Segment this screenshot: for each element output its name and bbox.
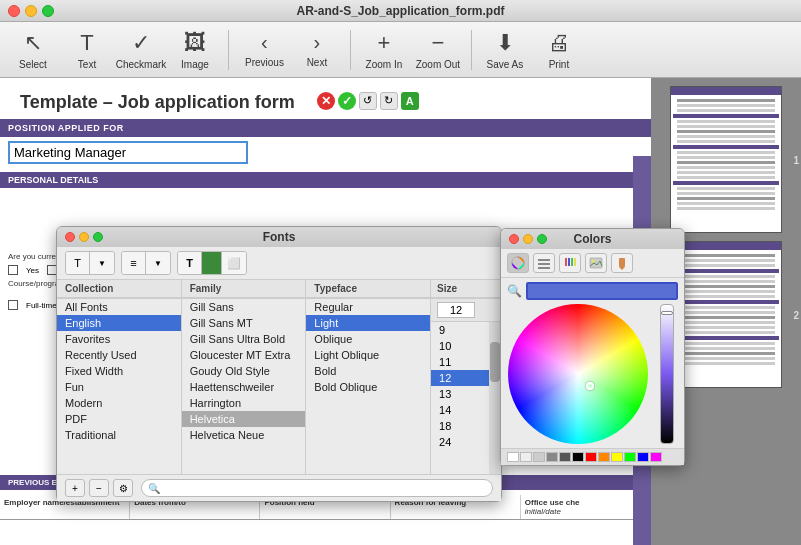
page-thumb-1[interactable]: 1 bbox=[670, 86, 782, 233]
swatch-blue[interactable] bbox=[637, 452, 649, 462]
swatch-orange[interactable] bbox=[598, 452, 610, 462]
fonts-minimize-button[interactable] bbox=[79, 232, 89, 242]
collection-english[interactable]: English bbox=[57, 315, 181, 331]
remove-collection-button[interactable]: − bbox=[89, 479, 109, 497]
collection-all-fonts[interactable]: All Fonts bbox=[57, 299, 181, 315]
text-style-btn1[interactable]: T bbox=[178, 252, 202, 274]
collection-favorites[interactable]: Favorites bbox=[57, 331, 181, 347]
size-12[interactable]: 12 bbox=[431, 370, 489, 386]
size-10[interactable]: 10 bbox=[431, 338, 489, 354]
svg-rect-10 bbox=[619, 258, 625, 267]
size-24[interactable]: 24 bbox=[431, 434, 489, 450]
text-style-btn3[interactable]: ⬜ bbox=[222, 252, 246, 274]
annotation-tool-btn2[interactable]: ↻ bbox=[380, 92, 398, 110]
annotation-tool-btn3[interactable]: A bbox=[401, 92, 419, 110]
family-goudy[interactable]: Goudy Old Style bbox=[182, 363, 306, 379]
swatch-black[interactable] bbox=[572, 452, 584, 462]
family-gill-sans-mt[interactable]: Gill Sans MT bbox=[182, 315, 306, 331]
fonts-maximize-button[interactable] bbox=[93, 232, 103, 242]
add-collection-button[interactable]: + bbox=[65, 479, 85, 497]
text-align-btn2[interactable]: ▼ bbox=[146, 252, 170, 274]
color-swatch-btn[interactable] bbox=[202, 252, 222, 274]
brightness-slider[interactable] bbox=[660, 304, 674, 444]
maximize-button[interactable] bbox=[42, 5, 54, 17]
print-tool[interactable]: 🖨 Print bbox=[534, 26, 584, 74]
size-11[interactable]: 11 bbox=[431, 354, 489, 370]
typeface-light[interactable]: Light bbox=[306, 315, 430, 331]
swatch-gray[interactable] bbox=[533, 452, 545, 462]
save-as-tool[interactable]: ⬇ Save As bbox=[480, 26, 530, 74]
yes-label: Yes bbox=[26, 266, 39, 275]
family-haettenschweiler[interactable]: Haettenschweiler bbox=[182, 379, 306, 395]
color-name-input[interactable] bbox=[526, 282, 678, 300]
family-gill-sans-ultra[interactable]: Gill Sans Ultra Bold bbox=[182, 331, 306, 347]
swatch-darkgray[interactable] bbox=[546, 452, 558, 462]
swatch-darker[interactable] bbox=[559, 452, 571, 462]
color-wheel[interactable] bbox=[508, 304, 648, 444]
annotation-tool-btn1[interactable]: ↺ bbox=[359, 92, 377, 110]
swatch-green[interactable] bbox=[624, 452, 636, 462]
color-wheel-mode-btn[interactable] bbox=[507, 253, 529, 273]
page-thumb-2[interactable]: 2 bbox=[670, 241, 782, 388]
close-button[interactable] bbox=[8, 5, 20, 17]
image-tool[interactable]: 🖼 Image bbox=[170, 26, 220, 74]
swatch-red[interactable] bbox=[585, 452, 597, 462]
text-size-btn1[interactable]: T bbox=[66, 252, 90, 274]
colors-close-button[interactable] bbox=[509, 234, 519, 244]
collection-traditional[interactable]: Traditional bbox=[57, 427, 181, 443]
swatch-lightgray[interactable] bbox=[520, 452, 532, 462]
typeface-oblique[interactable]: Oblique bbox=[306, 331, 430, 347]
select-tool[interactable]: ↖ Select bbox=[8, 26, 58, 74]
family-harrington[interactable]: Harrington bbox=[182, 395, 306, 411]
fonts-search-input[interactable] bbox=[163, 482, 486, 494]
delete-annotation-button[interactable]: ✕ bbox=[317, 92, 335, 110]
settings-collection-button[interactable]: ⚙ bbox=[113, 479, 133, 497]
minimize-button[interactable] bbox=[25, 5, 37, 17]
color-crayon-mode-btn[interactable] bbox=[611, 253, 633, 273]
typeface-list[interactable]: Regular Light Oblique Light Oblique Bold… bbox=[306, 299, 430, 474]
swatch-yellow[interactable] bbox=[611, 452, 623, 462]
collection-list[interactable]: All Fonts English Favorites Recently Use… bbox=[57, 299, 181, 474]
color-image-mode-btn[interactable] bbox=[585, 253, 607, 273]
family-helvetica-neue[interactable]: Helvetica Neue bbox=[182, 427, 306, 443]
zoom-out-tool[interactable]: − Zoom Out bbox=[413, 26, 463, 74]
colors-maximize-button[interactable] bbox=[537, 234, 547, 244]
text-tool[interactable]: T Text bbox=[62, 26, 112, 74]
family-helvetica[interactable]: Helvetica bbox=[182, 411, 306, 427]
size-list[interactable]: 9 10 11 12 13 14 18 24 bbox=[431, 322, 489, 474]
color-pencils-mode-btn[interactable] bbox=[559, 253, 581, 273]
size-14[interactable]: 14 bbox=[431, 402, 489, 418]
fonts-close-button[interactable] bbox=[65, 232, 75, 242]
checkmark-tool[interactable]: ✓ Checkmark bbox=[116, 26, 166, 74]
collection-fixed-width[interactable]: Fixed Width bbox=[57, 363, 181, 379]
collection-recently-used[interactable]: Recently Used bbox=[57, 347, 181, 363]
position-input[interactable] bbox=[8, 141, 248, 164]
colors-minimize-button[interactable] bbox=[523, 234, 533, 244]
text-align-btn1[interactable]: ≡ bbox=[122, 252, 146, 274]
size-input[interactable] bbox=[437, 302, 475, 318]
typeface-bold[interactable]: Bold bbox=[306, 363, 430, 379]
family-list[interactable]: Gill Sans Gill Sans MT Gill Sans Ultra B… bbox=[182, 299, 306, 474]
collection-modern[interactable]: Modern bbox=[57, 395, 181, 411]
zoom-in-tool[interactable]: + Zoom In bbox=[359, 26, 409, 74]
color-sliders-mode-btn[interactable] bbox=[533, 253, 555, 273]
text-size-btn2[interactable]: ▼ bbox=[90, 252, 114, 274]
family-gloucester[interactable]: Gloucester MT Extra bbox=[182, 347, 306, 363]
swatch-magenta[interactable] bbox=[650, 452, 662, 462]
next-button[interactable]: › Next bbox=[292, 26, 342, 74]
size-18[interactable]: 18 bbox=[431, 418, 489, 434]
family-gill-sans[interactable]: Gill Sans bbox=[182, 299, 306, 315]
size-13[interactable]: 13 bbox=[431, 386, 489, 402]
collection-fun[interactable]: Fun bbox=[57, 379, 181, 395]
size-9[interactable]: 9 bbox=[431, 322, 489, 338]
confirm-annotation-button[interactable]: ✓ bbox=[338, 92, 356, 110]
typeface-regular[interactable]: Regular bbox=[306, 299, 430, 315]
typeface-bold-oblique[interactable]: Bold Oblique bbox=[306, 379, 430, 395]
yes-checkbox[interactable] bbox=[8, 265, 18, 275]
fonts-titlebar: Fonts bbox=[57, 227, 501, 247]
fulltime-checkbox[interactable] bbox=[8, 300, 18, 310]
typeface-light-oblique[interactable]: Light Oblique bbox=[306, 347, 430, 363]
previous-button[interactable]: ‹ Previous bbox=[237, 26, 292, 74]
collection-pdf[interactable]: PDF bbox=[57, 411, 181, 427]
swatch-white[interactable] bbox=[507, 452, 519, 462]
